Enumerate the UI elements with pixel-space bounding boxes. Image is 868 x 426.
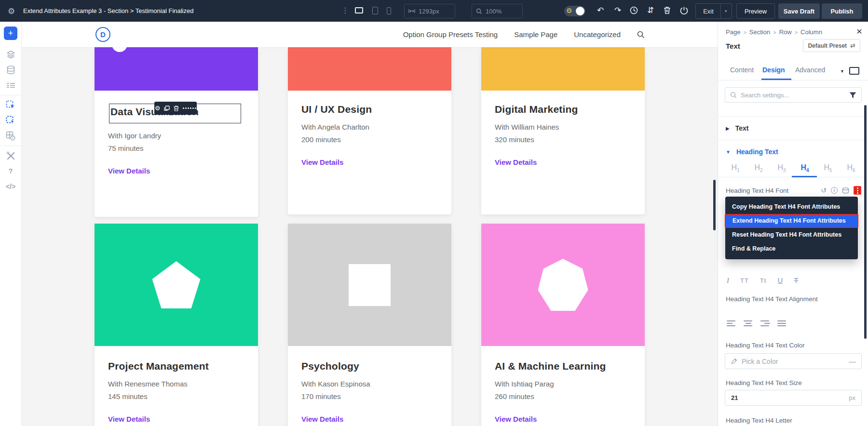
text-color-field[interactable]: — (725, 353, 862, 369)
module-trash-icon[interactable] (174, 106, 179, 111)
course-title: UI / UX Design (301, 91, 438, 115)
tools-icon[interactable] (0, 148, 22, 163)
selected-heading-module[interactable]: Data Visualization ⚙ (109, 104, 241, 123)
tab-h1[interactable]: H1 (726, 163, 745, 177)
canvas-width-field[interactable] (404, 4, 455, 18)
tab-h4[interactable]: H4 (795, 163, 814, 177)
clear-color-icon[interactable]: — (849, 357, 856, 365)
portability-arrows-icon[interactable]: ⇵ (647, 5, 654, 15)
tab-h2[interactable]: H2 (749, 163, 768, 177)
nav-search-icon[interactable] (637, 31, 645, 39)
layers-icon[interactable] (0, 47, 22, 62)
view-details-link[interactable]: View Details (108, 167, 150, 175)
square-shape (349, 264, 391, 306)
power-exit-icon[interactable] (680, 6, 688, 14)
uppercase-button[interactable]: TT (740, 277, 749, 284)
canvas-width-input[interactable] (419, 8, 448, 15)
course-card: AI & Machine Learning With Ishtiaq Parag… (481, 224, 645, 426)
align-center-icon[interactable] (744, 320, 753, 327)
breadcrumb-row[interactable]: Row (779, 28, 792, 36)
info-icon[interactable]: i (831, 187, 838, 194)
tab-content[interactable]: Content (730, 66, 754, 74)
code-icon[interactable]: </> (0, 179, 22, 194)
nav-link-sample-page[interactable]: Sample Page (514, 30, 557, 39)
tab-design[interactable]: Design (762, 66, 785, 74)
module-drag-dots-icon[interactable] (183, 107, 196, 109)
breadcrumb-column[interactable]: Column (800, 28, 822, 36)
site-logo[interactable]: D (95, 27, 110, 42)
settings-search[interactable] (725, 87, 862, 103)
section-text-toggle[interactable]: ▶ Text (718, 116, 868, 140)
course-image (481, 47, 645, 91)
select-module-icon[interactable] (0, 97, 22, 113)
tab-h3[interactable]: H3 (772, 163, 791, 177)
capitalize-button[interactable]: Tt (760, 277, 767, 284)
option-menu-dots-icon[interactable] (854, 186, 861, 195)
page-settings-list-icon[interactable] (0, 78, 22, 93)
exit-dropdown-caret[interactable]: ▼ (720, 4, 731, 18)
strikethrough-button[interactable]: T (794, 276, 798, 284)
view-details-link[interactable]: View Details (301, 158, 343, 166)
tab-h6[interactable]: H6 (841, 163, 861, 177)
align-left-icon[interactable] (727, 320, 736, 327)
canvas-zoom-field[interactable] (472, 4, 523, 18)
menu-item-reset[interactable]: Reset Heading Text H4 Font Attributes (725, 228, 858, 242)
menu-item-find-replace[interactable]: Find & Replace (725, 242, 858, 256)
course-card: Psychology With Kason Espinosa 170 minut… (288, 224, 451, 426)
underline-button[interactable]: U (777, 276, 783, 284)
menu-item-copy[interactable]: Copy Heading Text H4 Font Attributes (725, 200, 858, 214)
database-presets-icon[interactable] (0, 62, 22, 78)
module-settings-gear-icon[interactable]: ⚙ (155, 105, 161, 112)
publish-button[interactable]: Publish (822, 3, 862, 19)
breadcrumb-section[interactable]: Section (749, 28, 770, 36)
undo-icon[interactable]: ↶ (597, 5, 604, 15)
view-details-link[interactable]: View Details (495, 158, 537, 166)
more-options-icon[interactable]: ⋮ (341, 6, 349, 15)
builder-settings-toggle[interactable]: ⚙ (564, 6, 585, 16)
panel-scrollbar[interactable] (864, 105, 867, 339)
tab-h5[interactable]: H5 (818, 163, 838, 177)
course-instructor: With Angela Charlton (301, 123, 438, 131)
redo-icon[interactable]: ↷ (614, 5, 621, 15)
eyedropper-icon (731, 358, 737, 365)
view-details-link[interactable]: View Details (108, 415, 150, 423)
help-icon[interactable]: ? (0, 163, 22, 179)
text-color-input[interactable] (742, 358, 844, 365)
nav-link-uncategorized[interactable]: Uncategorized (574, 30, 621, 39)
settings-search-input[interactable] (741, 92, 845, 99)
view-details-link[interactable]: View Details (301, 415, 343, 423)
desktop-mode-icon[interactable] (849, 67, 859, 75)
align-justify-icon[interactable] (777, 320, 787, 327)
default-preset-button[interactable]: Default Preset ⇄ (803, 39, 860, 52)
nav-link-option-group[interactable]: Option Group Presets Testing (403, 30, 498, 39)
add-module-button[interactable]: + (4, 27, 17, 40)
tab-advanced[interactable]: Advanced (795, 66, 825, 74)
menu-item-extend[interactable]: Extend Heading Text H4 Font Attributes (725, 214, 858, 228)
desktop-view-icon[interactable] (355, 7, 363, 13)
exit-button[interactable]: Exit ▼ (695, 3, 732, 19)
text-size-field[interactable]: px (725, 390, 862, 406)
canvas-scrollbar[interactable] (713, 180, 716, 230)
italic-button[interactable]: I (727, 277, 729, 285)
history-clock-icon[interactable] (630, 6, 638, 14)
view-details-link[interactable]: View Details (495, 415, 537, 423)
preset-stack-icon[interactable] (842, 187, 849, 194)
canvas-zoom-input[interactable] (486, 8, 515, 15)
select-multiple-icon[interactable] (0, 113, 22, 128)
responsive-caret-icon[interactable]: ▼ (840, 69, 844, 74)
breadcrumb-page[interactable]: Page (726, 28, 740, 36)
page-settings-gear-icon[interactable]: ⚙ (8, 6, 15, 16)
module-duplicate-icon[interactable] (164, 106, 170, 111)
filter-funnel-icon[interactable] (849, 92, 856, 98)
tablet-view-icon[interactable] (372, 7, 378, 14)
reset-option-icon[interactable]: ↺ (821, 186, 827, 194)
section-heading-text-toggle[interactable]: ▼ Heading Text (718, 140, 868, 163)
preview-button[interactable]: Preview (736, 3, 775, 19)
text-size-input[interactable] (731, 394, 849, 401)
grid-history-icon[interactable] (0, 128, 22, 144)
close-icon[interactable]: × (856, 26, 862, 37)
trash-icon[interactable] (664, 6, 671, 14)
save-draft-button[interactable]: Save Draft (778, 3, 820, 19)
align-right-icon[interactable] (760, 320, 770, 327)
phone-view-icon[interactable] (387, 7, 391, 14)
